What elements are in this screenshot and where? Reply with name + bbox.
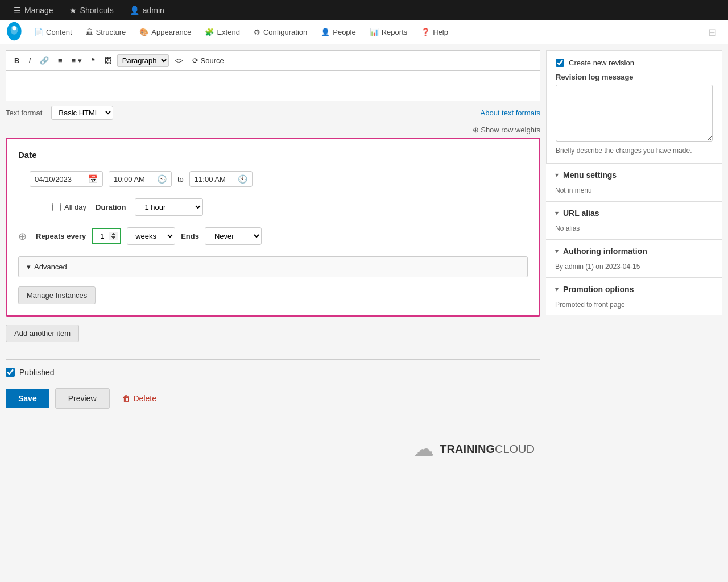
drag-handle-icon[interactable]: ⊕ xyxy=(18,230,27,243)
reports-menu-item[interactable]: 📊 Reports xyxy=(363,20,415,44)
show-row-weights-link[interactable]: ⊕ Show row weights xyxy=(473,126,540,134)
url-alias-header[interactable]: ▾ URL alias xyxy=(546,202,722,225)
admin-menu-item[interactable]: 👤 admin xyxy=(122,0,172,20)
add-another-item-button[interactable]: Add another item xyxy=(6,325,79,342)
shortcuts-label: Shortcuts xyxy=(80,6,114,15)
repeats-row: ⊕ Repeats every weeks days months years … xyxy=(18,227,528,245)
ends-select[interactable]: Never After On date xyxy=(205,227,262,245)
content-label: Content xyxy=(46,28,72,36)
menu-settings-header-left: ▾ Menu settings xyxy=(555,171,617,180)
duration-select[interactable]: 1 hour 30 minutes 2 hours Custom xyxy=(135,198,203,216)
delete-button[interactable]: 🗑 Delete xyxy=(115,389,163,408)
admin-menu-right: ⊟ xyxy=(702,26,722,39)
link-button[interactable]: 🔗 xyxy=(36,55,52,66)
image-button[interactable]: 🖼 xyxy=(101,55,115,66)
delete-label: Delete xyxy=(134,394,156,403)
chevron-down-menu-icon: ▾ xyxy=(555,171,559,179)
extend-menu-item[interactable]: 🧩 Extend xyxy=(198,20,246,44)
code-button[interactable]: <> xyxy=(171,55,187,66)
main-layout: B I 🔗 ≡ ≡ ▾ ❝ 🖼 Paragraph <> ⟳ Source Te… xyxy=(0,44,728,478)
revision-log-label: Revision log message xyxy=(556,73,713,81)
ol-button[interactable]: ≡ ▾ xyxy=(68,55,85,66)
published-label: Published xyxy=(19,368,55,377)
text-format-select[interactable]: Basic HTML xyxy=(51,106,113,120)
cloud-icon: ☁ xyxy=(413,437,434,461)
configuration-menu-item[interactable]: ⚙ Configuration xyxy=(247,20,314,44)
repeat-num-wrapper xyxy=(92,228,121,244)
allday-duration-row: All day Duration 1 hour 30 minutes 2 hou… xyxy=(18,198,528,216)
chevron-down-authoring-icon: ▾ xyxy=(555,247,559,255)
manage-menu-item[interactable]: ☰ Manage xyxy=(6,0,61,20)
help-menu-item[interactable]: ❓ Help xyxy=(414,20,455,44)
about-text-formats-link[interactable]: About text formats xyxy=(481,109,541,117)
preview-button[interactable]: Preview xyxy=(55,388,110,409)
shortcuts-menu-item[interactable]: ★ Shortcuts xyxy=(61,0,122,20)
create-revision-label: Create new revision xyxy=(569,59,634,67)
date-fields-row: 📅 🕙 to 🕙 xyxy=(18,171,528,187)
structure-menu-item[interactable]: 🏛 Structure xyxy=(79,20,133,44)
promotion-subtitle: Promoted to front page xyxy=(546,301,722,315)
promotion-title: Promotion options xyxy=(563,285,634,294)
promotion-header[interactable]: ▾ Promotion options xyxy=(546,278,722,301)
chevron-down-url-icon: ▾ xyxy=(555,209,559,217)
content-menu-item[interactable]: 📄 Content xyxy=(27,20,79,44)
appearance-icon: 🎨 xyxy=(139,28,148,36)
editor-body[interactable] xyxy=(6,71,540,101)
blockquote-button[interactable]: ❝ xyxy=(88,55,98,66)
help-icon: ❓ xyxy=(421,28,430,36)
divider xyxy=(6,359,540,360)
advanced-label: Advanced xyxy=(34,263,67,271)
ul-button[interactable]: ≡ xyxy=(55,55,66,66)
url-alias-header-left: ▾ URL alias xyxy=(555,209,599,218)
create-revision-checkbox[interactable] xyxy=(556,59,564,67)
menu-settings-subtitle: Not in menu xyxy=(546,186,722,201)
content-area: B I 🔗 ≡ ≡ ▾ ❝ 🖼 Paragraph <> ⟳ Source Te… xyxy=(6,50,540,472)
reports-label: Reports xyxy=(382,28,408,36)
structure-label: Structure xyxy=(96,28,126,36)
published-checkbox[interactable] xyxy=(6,368,15,377)
clock-icon-start: 🕙 xyxy=(157,174,167,184)
all-day-checkbox[interactable] xyxy=(52,203,61,211)
italic-button[interactable]: I xyxy=(25,55,34,66)
authoring-header[interactable]: ▾ Authoring information xyxy=(546,240,722,263)
reports-icon: 📊 xyxy=(370,28,379,36)
advanced-section[interactable]: ▾ Advanced xyxy=(18,256,528,277)
paragraph-format-select[interactable]: Paragraph xyxy=(117,54,169,67)
action-buttons: Save Preview 🗑 Delete xyxy=(6,388,540,409)
authoring-title: Authoring information xyxy=(563,247,647,256)
chevron-down-promotion-icon: ▾ xyxy=(555,285,559,293)
people-icon: 👤 xyxy=(321,28,330,36)
repeat-unit-select[interactable]: weeks days months years xyxy=(127,227,175,245)
authoring-subtitle: By admin (1) on 2023-04-15 xyxy=(546,263,722,277)
end-time-input[interactable] xyxy=(195,175,235,184)
bold-button[interactable]: B xyxy=(11,55,23,66)
authoring-header-left: ▾ Authoring information xyxy=(555,247,647,256)
published-row: Published xyxy=(6,368,540,377)
source-button[interactable]: ⟳ Source xyxy=(189,55,228,66)
date-input[interactable] xyxy=(35,175,86,184)
start-time-input[interactable] xyxy=(114,175,155,184)
top-bar: ☰ Manage ★ Shortcuts 👤 admin xyxy=(0,0,728,20)
clock-icon-end: 🕙 xyxy=(238,174,247,184)
text-format-label: Text format xyxy=(6,109,42,117)
promotion-header-left: ▾ Promotion options xyxy=(555,285,634,294)
help-label: Help xyxy=(433,28,448,36)
duration-label: Duration xyxy=(96,203,126,211)
extend-label: Extend xyxy=(217,28,239,36)
menu-settings-section: ▾ Menu settings Not in menu xyxy=(546,163,722,201)
repeat-num-input[interactable] xyxy=(93,229,120,243)
revision-log-textarea[interactable] xyxy=(556,85,713,142)
editor-content[interactable] xyxy=(11,76,535,96)
people-menu-item[interactable]: 👤 People xyxy=(314,20,362,44)
appearance-menu-item[interactable]: 🎨 Appearance xyxy=(133,20,198,44)
menu-settings-header[interactable]: ▾ Menu settings xyxy=(546,164,722,186)
admin-menu: 📄 Content 🏛 Structure 🎨 Appearance 🧩 Ext… xyxy=(0,20,728,44)
svg-point-2 xyxy=(12,26,16,30)
sidebar: Create new revision Revision log message… xyxy=(546,50,722,315)
repeats-every-label: Repeats every xyxy=(36,232,86,240)
manage-instances-button[interactable]: Manage Instances xyxy=(18,286,96,304)
promotion-section: ▾ Promotion options Promoted to front pa… xyxy=(546,277,722,315)
save-button[interactable]: Save xyxy=(6,389,49,408)
sidebar-toggle-icon[interactable]: ⊟ xyxy=(702,26,722,39)
drupal-logo[interactable] xyxy=(6,21,23,43)
